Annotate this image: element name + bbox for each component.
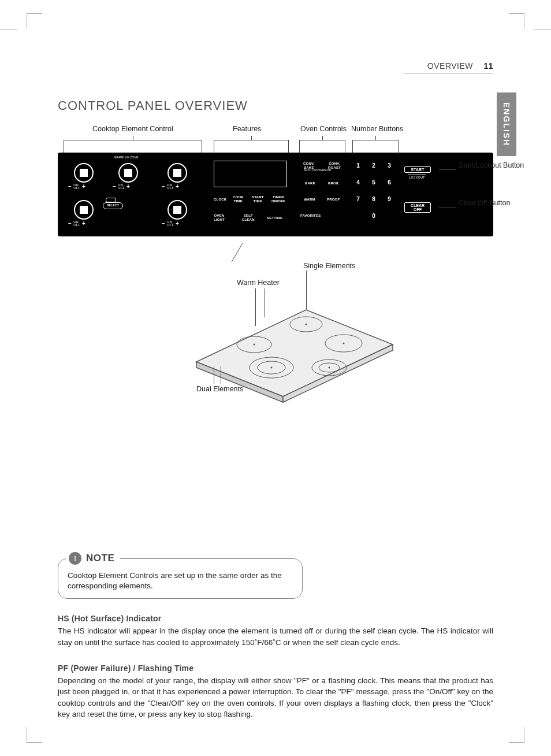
numpad-key: 8 — [370, 196, 378, 202]
crop-mark — [509, 13, 524, 29]
section-heading: HS (Hot Surface) Indicator — [58, 614, 493, 623]
oven-ctrl-label: WARM — [304, 198, 315, 202]
label-oven-controls: Oven Controls — [300, 125, 347, 133]
knob-icon — [167, 200, 187, 220]
lockout-label: LOCKOUT — [408, 175, 426, 179]
svg-point-10 — [254, 344, 255, 346]
display-screen — [214, 161, 287, 187]
bracket-numbers — [352, 140, 399, 146]
svg-marker-0 — [196, 310, 393, 396]
knob-icon — [167, 163, 187, 183]
onoff-label: −ONOFF+ — [68, 220, 85, 227]
numpad-key: 1 — [354, 162, 362, 169]
clear-button-graphic: CLEAROFF — [404, 202, 431, 213]
numpad-key: 2 — [370, 162, 378, 169]
language-tab: ENGLISH — [497, 92, 516, 156]
label-features: Features — [233, 125, 261, 133]
bracket-features — [214, 140, 289, 146]
note-box: ! NOTE Cooktop Element Controls are set … — [58, 558, 303, 599]
feature-label: STARTTIME — [252, 195, 264, 203]
knob-icon — [118, 163, 138, 183]
label-single-elements: Single Elements — [303, 262, 355, 270]
feature-label: SELFCLEAN — [242, 214, 255, 221]
page: OVERVIEW 11 ENGLISH CONTROL PANEL OVERVI… — [0, 0, 551, 756]
warming-zone-label: WARMING ZONE — [114, 156, 139, 159]
feature-label: OVENLIGHT — [214, 214, 225, 221]
numpad-key: 6 — [385, 179, 393, 186]
pan-icon — [106, 198, 116, 202]
oven-ctrl-label: FAVORITES — [300, 214, 321, 218]
page-title: CONTROL PANEL OVERVIEW — [58, 98, 493, 113]
onoff-label: −ONOFF+ — [68, 183, 85, 190]
numpad-key: 0 — [370, 213, 378, 219]
crop-mark — [27, 727, 42, 743]
feature-label: CLOCK — [214, 198, 226, 202]
bracket-oven — [299, 140, 345, 146]
start-button-graphic: START — [404, 166, 431, 173]
note-title: NOTE — [86, 552, 114, 565]
knob-icon — [74, 163, 94, 183]
cooktop-graphic — [156, 292, 399, 414]
select-label: SELECT — [103, 202, 123, 209]
section-heading: PF (Power Failure) / Flashing Time — [58, 664, 493, 673]
note-text: Cooktop Element Controls are set up in t… — [68, 571, 282, 590]
onoff-label: −ONOFF+ — [162, 220, 179, 227]
leader-line — [221, 366, 221, 384]
section-hs: HS (Hot Surface) Indicator The HS indica… — [58, 614, 493, 648]
onoff-label: −ONOFF+ — [113, 183, 130, 190]
crop-mark — [509, 727, 524, 743]
oven-ctrl-label: BAKE — [305, 181, 315, 186]
leader-line — [439, 169, 456, 170]
section-body: Depending on the model of your range, th… — [58, 675, 493, 720]
numpad-key: 3 — [385, 162, 393, 169]
bracket-cooktop — [64, 140, 202, 146]
crop-tick — [0, 29, 17, 29]
language-label: ENGLISH — [502, 102, 511, 146]
section-pf: PF (Power Failure) / Flashing Time Depen… — [58, 664, 493, 720]
page-header: OVERVIEW 11 — [404, 61, 493, 73]
leader-line — [214, 366, 214, 384]
control-panel-graphic: SELECT −ONOFF+ −ONOFF+ −ONOFF+ −ONOFF+ −… — [58, 153, 493, 236]
oven-ctrl-label: PROOF — [327, 198, 340, 202]
svg-point-13 — [271, 367, 273, 369]
feature-label: SETTING — [267, 216, 282, 220]
exclamation-icon: ! — [69, 552, 81, 565]
feature-label: COOKTIME — [233, 195, 244, 203]
numpad-key: 7 — [354, 196, 362, 202]
crop-mark — [27, 13, 42, 29]
note-tab: ! NOTE — [66, 552, 120, 565]
oven-ctrl-label: BROIL — [328, 181, 340, 186]
section-body: The HS indicator will appear in the disp… — [58, 625, 493, 648]
control-panel-diagram: Cooktop Element Control Features Oven Co… — [58, 125, 493, 425]
leader-line — [439, 207, 456, 207]
label-cooktop-control: Cooktop Element Control — [92, 125, 173, 133]
numpad-key: 4 — [354, 179, 362, 186]
auto-conv-label: AUTO CONVERSION — [304, 169, 331, 172]
section-label: OVERVIEW — [427, 61, 473, 71]
numpad-key: 9 — [385, 196, 393, 202]
knob-icon — [74, 200, 94, 220]
label-clear-off: Clear Off Button — [459, 199, 528, 207]
onoff-label: −ONOFF+ — [162, 183, 179, 190]
leader-line — [232, 243, 243, 262]
svg-point-14 — [329, 367, 330, 369]
numpad-key: 5 — [370, 179, 378, 186]
label-number-buttons: Number Buttons — [351, 125, 403, 133]
label-start-lockout: Start/Lockout Button — [459, 161, 528, 169]
feature-label: TIMERON/OFF — [271, 195, 285, 203]
label-warm-heater: Warm Heater — [237, 279, 280, 287]
label-dual-elements: Dual Elements — [196, 385, 243, 393]
page-number: 11 — [483, 61, 493, 71]
svg-point-12 — [343, 343, 345, 344]
svg-point-11 — [306, 324, 307, 325]
crop-tick — [534, 29, 551, 29]
